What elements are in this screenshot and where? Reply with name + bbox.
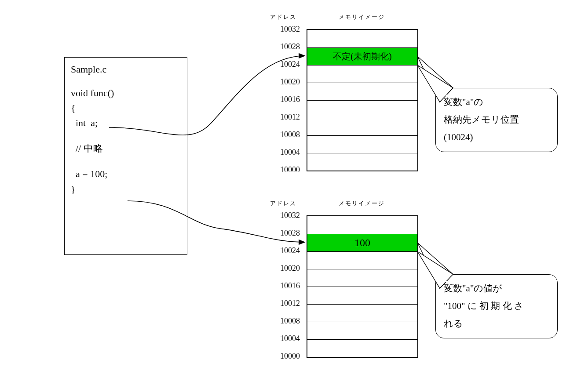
mem2-row — [307, 269, 417, 287]
mem1-callout: 変数"a"の 格納先メモリ位置 (10024) — [435, 88, 558, 152]
mem1-row — [307, 100, 417, 118]
mem2-row — [307, 304, 417, 322]
mem1-row — [307, 118, 417, 135]
mem2-row — [307, 339, 417, 357]
mem2-row — [307, 322, 417, 339]
mem2-addr-10032: 10032 — [274, 211, 300, 220]
mem2-callout-l1: 変数"a"の値が — [444, 280, 549, 298]
mem1-addr-10004: 10004 — [274, 148, 300, 157]
code-blank — [71, 77, 181, 86]
mem1-addr-10020: 10020 — [274, 77, 300, 87]
mem1-addr-10028: 10028 — [274, 42, 300, 51]
mem2-callout-l3: れる — [444, 315, 549, 333]
mem1-addr-10012: 10012 — [274, 113, 300, 122]
code-blank2 — [71, 131, 181, 141]
mem1-header-memimg: メモリイメージ — [339, 13, 385, 21]
mem2-highlight-text: 100 — [354, 237, 370, 249]
mem1-callout-l1: 変数"a"の — [444, 94, 549, 111]
mem1-callout-l3: (10024) — [444, 129, 549, 146]
mem1-row — [307, 153, 417, 171]
mem1-row — [307, 83, 417, 100]
mem2-addr-10016: 10016 — [274, 281, 300, 290]
mem2-callout: 変数"a"の値が "100" に 初 期 化 さ れる — [435, 274, 558, 338]
mem1-table: 不定(未初期化) — [307, 29, 418, 171]
mem2-addr-10004: 10004 — [274, 334, 300, 343]
mem2-table: 100 — [307, 215, 418, 358]
code-assign: a = 100; — [71, 167, 181, 182]
mem1-header-address: アドレス — [270, 13, 296, 21]
code-close: } — [71, 182, 181, 197]
mem2-callout-l2: "100" に 初 期 化 さ — [444, 298, 549, 315]
mem1-addr-10024: 10024 — [274, 60, 300, 69]
code-decl: int a; — [71, 116, 181, 131]
mem1-highlight-text: 不定(未初期化) — [333, 51, 391, 62]
code-comment: // 中略 — [71, 141, 181, 156]
mem1-addr-10016: 10016 — [274, 95, 300, 104]
mem1-callout-l2: 格納先メモリ位置 — [444, 111, 549, 129]
mem1-row — [307, 30, 417, 47]
mem1-addr-10008: 10008 — [274, 130, 300, 139]
mem2-row — [307, 287, 417, 304]
mem2-addr-10008: 10008 — [274, 316, 300, 326]
code-box: Sample.c void func() { int a; // 中略 a = … — [64, 57, 187, 255]
mem2-row — [307, 216, 417, 234]
diagram-stage: Sample.c void func() { int a; // 中略 a = … — [0, 0, 588, 374]
code-blank3 — [71, 156, 181, 167]
mem2-addr-10024: 10024 — [274, 246, 300, 255]
mem2-addr-10020: 10020 — [274, 264, 300, 273]
mem1-row-highlight: 不定(未初期化) — [307, 47, 417, 65]
mem2-row-highlight: 100 — [307, 234, 417, 251]
mem2-header-memimg: メモリイメージ — [339, 200, 385, 207]
mem2-header-address: アドレス — [270, 200, 296, 207]
mem1-row — [307, 135, 417, 153]
code-func: void func() — [71, 86, 181, 101]
mem1-addr-10032: 10032 — [274, 25, 300, 34]
code-title: Sample.c — [71, 62, 181, 77]
code-open: { — [71, 101, 181, 116]
mem1-addr-10000: 10000 — [274, 165, 300, 174]
mem2-addr-10028: 10028 — [274, 229, 300, 238]
mem2-row — [307, 251, 417, 269]
mem1-row — [307, 65, 417, 83]
mem2-addr-10000: 10000 — [274, 352, 300, 361]
mem2-addr-10012: 10012 — [274, 299, 300, 308]
